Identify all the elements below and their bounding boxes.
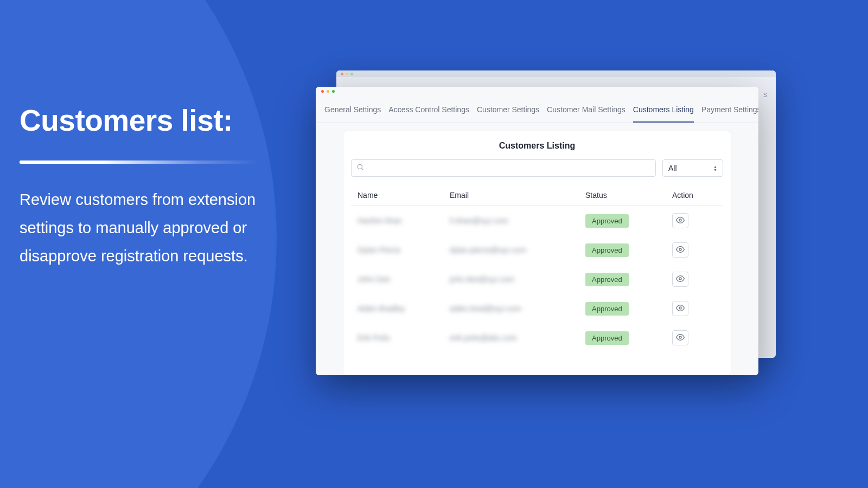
table-row: John Deejohn.dee@xyz.comApproved (351, 265, 723, 294)
svg-point-5 (679, 307, 681, 309)
cell-email: john.dee@xyz.com (450, 275, 585, 284)
customers-listing-panel: Customers Listing All ▲▼ Name Email Stat… (343, 131, 731, 375)
cell-status: Approved (585, 214, 672, 228)
cell-action (672, 272, 721, 287)
cell-email: h.khan@xyz.com (450, 216, 585, 225)
customers-table: Name Email Status Action Hashim khanh.kh… (351, 184, 723, 352)
status-badge: Approved (585, 273, 629, 286)
window-titlebar-back (336, 70, 776, 77)
svg-point-3 (679, 248, 681, 251)
view-button[interactable] (672, 213, 688, 228)
filters-row: All ▲▼ (351, 159, 723, 177)
svg-line-1 (362, 169, 363, 170)
cell-action (672, 213, 721, 228)
back-window-partial-tab: s (763, 90, 767, 99)
settings-window: General SettingsAccess Control SettingsC… (316, 87, 758, 375)
status-badge: Approved (585, 243, 629, 257)
panel-title: Customers Listing (351, 141, 723, 151)
search-icon (356, 163, 364, 173)
svg-point-6 (679, 336, 681, 338)
status-filter-select[interactable]: All ▲▼ (662, 159, 723, 177)
status-badge: Approved (585, 331, 629, 345)
cell-status: Approved (585, 273, 672, 286)
tab-payment-settings[interactable]: Payment Settings (701, 105, 758, 123)
search-wrapper (351, 159, 656, 177)
status-badge: Approved (585, 214, 629, 228)
eye-icon (676, 216, 685, 226)
promo-body: Review customers from extension settings… (20, 185, 302, 271)
cell-email: erik.potts@abc.com (450, 333, 585, 342)
view-button[interactable] (672, 301, 688, 316)
traffic-light-close (341, 73, 343, 75)
tab-customer-mail-settings[interactable]: Customer Mail Settings (547, 105, 626, 123)
view-button[interactable] (672, 272, 688, 287)
cell-action (672, 330, 721, 345)
table-row: Hashim khanh.khan@xyz.comApproved (351, 206, 723, 235)
traffic-light-min[interactable] (327, 90, 329, 93)
col-name: Name (358, 191, 450, 200)
cell-email: aiden.brad@xyz.com (450, 304, 585, 313)
settings-tabs: General SettingsAccess Control SettingsC… (316, 95, 758, 123)
select-caret-icon: ▲▼ (713, 165, 717, 171)
cell-status: Approved (585, 302, 672, 316)
eye-icon (676, 333, 685, 343)
tab-access-control-settings[interactable]: Access Control Settings (388, 105, 469, 123)
eye-icon (676, 245, 685, 255)
cell-email: dylan.pierce@xyz.com (450, 246, 585, 254)
cell-name: Aiden Bradley (358, 304, 450, 313)
divider (20, 160, 258, 164)
col-status: Status (585, 191, 672, 200)
table-row: Aiden Bradleyaiden.brad@xyz.comApproved (351, 294, 723, 323)
status-badge: Approved (585, 302, 629, 316)
traffic-light-min (346, 73, 348, 75)
cell-name: Hashim khan (358, 216, 450, 225)
tab-general-settings[interactable]: General Settings (324, 105, 381, 123)
cell-action (672, 301, 721, 316)
cell-name: John Dee (358, 275, 450, 284)
traffic-light-max (350, 73, 353, 75)
traffic-light-max[interactable] (332, 90, 335, 93)
traffic-light-close[interactable] (321, 90, 324, 93)
svg-point-4 (679, 278, 681, 280)
table-row: Dylan Piercedylan.pierce@xyz.comApproved (351, 235, 723, 265)
search-input[interactable] (351, 159, 656, 177)
view-button[interactable] (672, 242, 688, 258)
cell-status: Approved (585, 331, 672, 345)
tab-customer-settings[interactable]: Customer Settings (477, 105, 539, 123)
col-action: Action (672, 191, 721, 200)
tab-customers-listing[interactable]: Customers Listing (633, 105, 694, 123)
cell-name: Erik Potts (358, 333, 450, 342)
cell-status: Approved (585, 243, 672, 257)
window-titlebar (316, 87, 758, 95)
svg-point-0 (358, 164, 362, 169)
table-header: Name Email Status Action (351, 184, 723, 206)
col-email: Email (450, 191, 585, 200)
status-filter-value: All (668, 164, 677, 172)
eye-icon (676, 304, 685, 314)
promo-copy: Customers list: Review customers from ex… (20, 103, 302, 271)
view-button[interactable] (672, 330, 688, 345)
promo-heading: Customers list: (20, 103, 302, 138)
table-row: Erik Pottserik.potts@abc.comApproved (351, 323, 723, 352)
svg-point-2 (679, 219, 681, 221)
cell-name: Dylan Pierce (358, 246, 450, 254)
eye-icon (676, 274, 685, 285)
cell-action (672, 242, 721, 258)
